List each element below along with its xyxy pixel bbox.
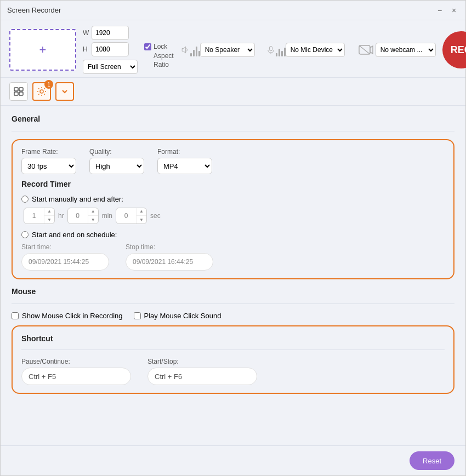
start-time-input[interactable]: [21, 253, 109, 271]
minimize-button[interactable]: −: [435, 5, 445, 15]
play-sound-item: Play Mouse Click Sound: [134, 312, 221, 320]
settings-badge: 1: [44, 80, 53, 89]
height-input[interactable]: [92, 42, 129, 56]
pause-input[interactable]: [21, 368, 131, 385]
settings-icon-button[interactable]: 1: [32, 82, 51, 101]
webcam-select[interactable]: No webcam ...: [376, 43, 436, 57]
title-bar: Screen Recorder − ×: [1, 1, 465, 20]
speaker-icon: [180, 42, 190, 58]
mic-icon: [266, 42, 276, 58]
bar6: [279, 49, 280, 56]
expand-button[interactable]: [55, 82, 74, 101]
sec-down-btn[interactable]: ▼: [137, 216, 146, 224]
shortcut-title: Shortcut: [21, 334, 445, 343]
min-spinner-btns: ▲ ▼: [88, 208, 98, 224]
audio-section: No Speaker: [180, 40, 436, 60]
header-area: + W H Full Screen Lock Aspect Ratio: [1, 20, 465, 78]
frame-rate-select[interactable]: 30 fps 15 fps 20 fps 24 fps 25 fps 60 fp…: [21, 158, 76, 174]
sec-up-btn[interactable]: ▲: [137, 208, 146, 216]
format-label: Format:: [157, 148, 212, 156]
hr-spinner: ▲ ▼: [24, 208, 55, 224]
general-settings-box: Frame Rate: 30 fps 15 fps 20 fps 24 fps …: [12, 139, 454, 279]
quality-label: Quality:: [89, 148, 144, 156]
lock-aspect-ratio-checkbox[interactable]: [144, 43, 151, 50]
hr-up-btn[interactable]: ▲: [44, 208, 54, 216]
general-section-title: General: [12, 114, 454, 123]
show-click-label: Show Mouse Click in Recording: [22, 312, 123, 320]
mouse-section: Mouse Show Mouse Click in Recording Play…: [12, 287, 454, 320]
mic-group: No Mic Device: [266, 40, 345, 60]
reset-button[interactable]: Reset: [410, 451, 454, 470]
quality-group: Quality: High Low Medium: [89, 148, 144, 174]
quality-select[interactable]: High Low Medium: [89, 158, 144, 174]
shortcut-divider: [21, 349, 445, 350]
lock-aspect-ratio-group: Lock Aspect Ratio: [144, 42, 174, 70]
speaker-select[interactable]: No Speaker: [200, 43, 255, 57]
window-controls: − ×: [435, 5, 459, 15]
format-group: Format: MP4 AVI MOV FLV: [157, 148, 212, 174]
svg-rect-7: [19, 88, 23, 91]
record-timer-title: Record Timer: [21, 180, 445, 188]
start-stop-label: Start/Stop:: [147, 358, 257, 365]
lock-aspect-ratio-label: Lock Aspect Ratio: [154, 42, 174, 70]
footer-area: Reset: [1, 445, 465, 475]
svg-marker-4: [370, 46, 373, 54]
stop-time-group: Stop time:: [126, 243, 213, 271]
close-button[interactable]: ×: [449, 5, 459, 15]
play-sound-checkbox[interactable]: [134, 312, 141, 319]
fullscreen-select[interactable]: Full Screen: [83, 60, 138, 74]
play-sound-label: Play Mouse Click Sound: [144, 312, 221, 320]
svg-point-10: [40, 90, 43, 93]
min-spinner: ▲ ▼: [67, 208, 99, 224]
svg-line-5: [359, 45, 370, 54]
pause-label: Pause/Continue:: [21, 358, 131, 365]
sec-spinner: ▲ ▼: [116, 208, 147, 224]
start-manually-label: Start manually and end after:: [32, 195, 123, 203]
width-input[interactable]: [92, 26, 129, 40]
format-row: Frame Rate: 30 fps 15 fps 20 fps 24 fps …: [21, 148, 445, 174]
format-select[interactable]: MP4 AVI MOV FLV: [157, 158, 212, 174]
webcam-group: No webcam ...: [356, 40, 436, 60]
min-up-btn[interactable]: ▲: [88, 208, 98, 216]
capture-icon: [14, 87, 24, 96]
svg-rect-6: [14, 88, 18, 91]
settings-icon: [37, 87, 47, 96]
hr-down-btn[interactable]: ▼: [44, 216, 54, 224]
sec-unit: sec: [150, 212, 161, 220]
bar7: [281, 51, 283, 56]
expand-icon: [61, 88, 68, 95]
show-click-checkbox[interactable]: [12, 312, 19, 319]
svg-marker-0: [182, 47, 185, 53]
speaker-bars: [190, 43, 200, 56]
hr-input[interactable]: [24, 212, 44, 220]
start-schedule-radio[interactable]: [21, 231, 29, 238]
start-stop-group: Start/Stop:: [147, 358, 257, 385]
svg-rect-1: [269, 47, 272, 51]
app-window: Screen Recorder − × + W H Full Screen: [0, 0, 466, 476]
mic-icon-wrap: [266, 40, 286, 60]
bar1: [190, 53, 192, 56]
capture-icon-button[interactable]: [9, 82, 28, 101]
min-input[interactable]: [68, 212, 88, 220]
mouse-checkbox-row: Show Mouse Click in Recording Play Mouse…: [12, 312, 454, 320]
svg-rect-9: [19, 92, 23, 95]
time-inputs-row: ▲ ▼ hr ▲ ▼ min ▲ ▼: [21, 208, 445, 224]
sec-input[interactable]: [116, 212, 136, 220]
svg-rect-8: [14, 92, 18, 95]
time-field-row: Start time: Stop time:: [21, 243, 445, 271]
hr-unit: hr: [58, 212, 64, 220]
min-down-btn[interactable]: ▼: [88, 216, 98, 224]
window-title: Screen Recorder: [7, 6, 435, 14]
speaker-icon-wrap: [180, 40, 200, 60]
show-click-item: Show Mouse Click in Recording: [12, 312, 123, 320]
mic-select[interactable]: No Mic Device: [286, 43, 345, 57]
rec-button[interactable]: REC: [442, 31, 466, 68]
start-manually-radio[interactable]: [21, 196, 29, 203]
stop-time-input[interactable]: [126, 253, 213, 271]
start-manually-row: Start manually and end after:: [21, 195, 445, 203]
dimension-controls: W H Full Screen: [83, 26, 138, 74]
screen-preview[interactable]: +: [9, 29, 76, 71]
start-stop-input[interactable]: [147, 368, 257, 385]
add-screen-icon: +: [39, 43, 47, 57]
bar2: [193, 50, 195, 56]
